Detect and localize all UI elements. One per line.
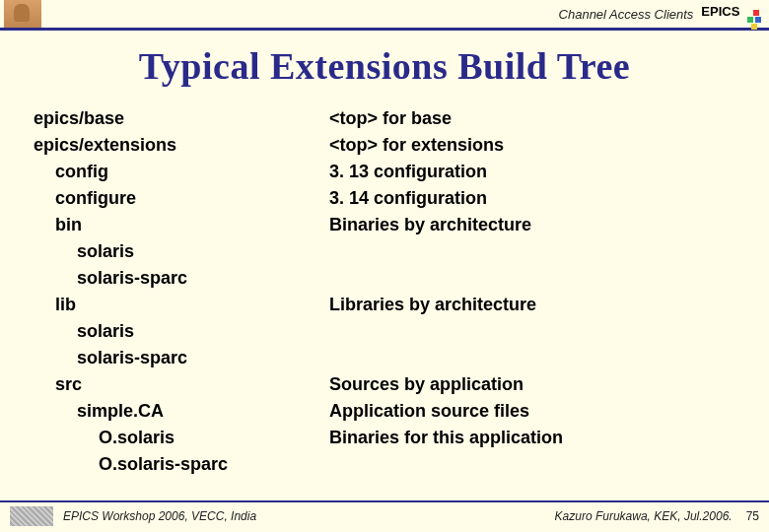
tree-left-item: simple.CA [34,398,329,425]
tree-right-item: 3. 13 configuration [329,159,741,185]
tree-right-column: <top> for base<top> for extensions3. 13 … [329,105,741,478]
tree-left-item: lib [34,292,329,318]
epics-logo-text: EPICS [701,4,739,19]
epics-logo-icon [743,10,763,24]
footer-left-text: EPICS Workshop 2006, VECC, India [63,509,256,523]
slide-footer: EPICS Workshop 2006, VECC, India Kazuro … [0,500,769,526]
tree-right-item [329,318,741,345]
tree-left-item: solaris-sparc [34,265,329,292]
tree-left-item: epics/extensions [34,132,329,159]
slide-title: Typical Extensions Build Tree [0,44,769,88]
tree-left-item: O.solaris [34,425,329,451]
footer-page-number: 75 [746,509,759,523]
tree-left-item: solaris [34,318,329,345]
tree-right-item [329,265,741,292]
tree-right-item [329,238,741,265]
footer-right-text: Kazuro Furukawa, KEK, Jul.2006. [555,509,733,523]
tree-right-item: Sources by application [329,371,741,398]
tree-left-item: solaris [34,238,329,265]
slide-content: epics/baseepics/extensionsconfigconfigur… [0,105,769,478]
footer-thumbnail-icon [10,506,53,526]
tree-left-item: bin [34,212,329,238]
tree-left-item: config [34,159,329,185]
tree-right-item: Application source files [329,398,741,425]
header-label: Channel Access Clients [559,7,702,22]
tree-right-item [329,451,741,478]
tree-right-item: Binaries for this application [329,425,741,451]
tree-right-item: Libraries by architecture [329,292,741,318]
tree-left-item: solaris-sparc [34,345,329,371]
tree-left-item: configure [34,185,329,212]
tree-left-item: epics/base [34,105,329,132]
tree-left-item: src [34,371,329,398]
tree-left-item: O.solaris-sparc [34,451,329,478]
emblem-icon [4,0,41,28]
tree-left-column: epics/baseepics/extensionsconfigconfigur… [34,105,329,478]
tree-right-item [329,345,741,371]
tree-right-item: 3. 14 configuration [329,185,741,212]
epics-logo: EPICS [701,5,769,24]
tree-right-item: <top> for base [329,105,741,132]
slide-header: Channel Access Clients EPICS [0,0,769,31]
tree-right-item: <top> for extensions [329,132,741,159]
tree-right-item: Binaries by architecture [329,212,741,238]
